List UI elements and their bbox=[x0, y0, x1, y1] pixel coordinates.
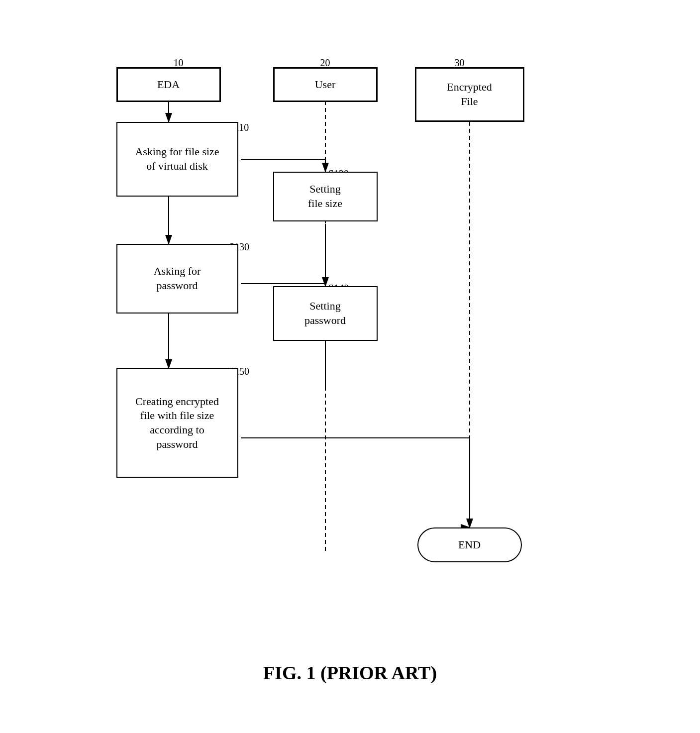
end-pill: END bbox=[417, 527, 522, 562]
user-box: User bbox=[273, 67, 378, 102]
s150-box: Creating encryptedfile with file sizeacc… bbox=[116, 368, 238, 478]
s110-box: Asking for file sizeof virtual disk bbox=[116, 122, 238, 197]
diagram-area: 10 20 30 EDA User EncryptedFile −S110 As… bbox=[77, 30, 624, 652]
page: 10 20 30 EDA User EncryptedFile −S110 As… bbox=[0, 0, 700, 733]
s130-box: Asking forpassword bbox=[116, 244, 238, 314]
encrypted-file-box: EncryptedFile bbox=[415, 67, 524, 122]
fig-caption: FIG. 1 (PRIOR ART) bbox=[263, 662, 437, 684]
s120-box: Settingfile size bbox=[273, 172, 378, 221]
eda-box: EDA bbox=[116, 67, 221, 102]
s140-box: Settingpassword bbox=[273, 286, 378, 341]
